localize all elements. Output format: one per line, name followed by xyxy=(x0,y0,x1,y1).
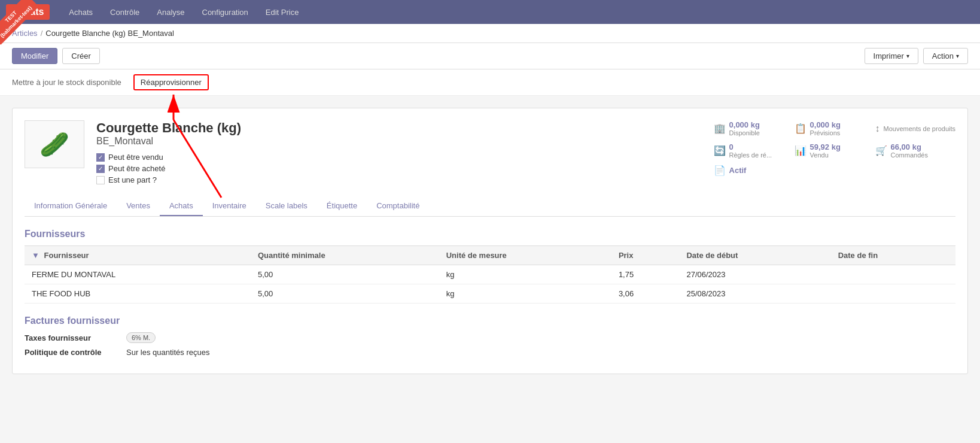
stat-regles-label: Règles de ré... xyxy=(729,151,772,159)
product-header: 🥒 Courgette Blanche (kg) BE_Montaval ✓ P… xyxy=(25,120,955,184)
stat-commandes-icon: 🛒 xyxy=(875,145,887,156)
cell-date-fin-2 xyxy=(831,284,955,304)
stat-previsions-value: 0,000 kg xyxy=(810,120,841,129)
breadcrumb-separator: / xyxy=(41,29,43,38)
cell-date-debut-2: 25/08/2023 xyxy=(679,284,830,304)
stats-row-3: 📄 Actif xyxy=(714,165,955,176)
stat-mouvements-icon: ↕ xyxy=(875,123,880,134)
checkbox-vendu-box[interactable]: ✓ xyxy=(96,153,105,162)
col-fournisseur: ▼ Fournisseur xyxy=(25,246,251,265)
cell-fournisseur-1: FERME DU MONTAVAL xyxy=(25,265,251,284)
stat-regles-value: 0 xyxy=(729,142,772,151)
sort-arrow-icon: ▼ xyxy=(32,251,39,260)
stat-previsions-label: Prévisions xyxy=(810,129,841,136)
update-stock-text: Mettre à jour le stock disponible xyxy=(12,78,121,87)
politique-label: Politique de contrôle xyxy=(25,348,120,357)
product-checkboxes: ✓ Peut être vendu ✓ Peut être acheté Est… xyxy=(96,153,702,184)
stat-regles-icon: 🔄 xyxy=(714,145,726,156)
product-subtitle: BE_Montaval xyxy=(96,136,702,147)
tab-info-generale[interactable]: Information Générale xyxy=(25,196,117,216)
tab-achats[interactable]: Achats xyxy=(160,196,203,216)
product-info: Courgette Blanche (kg) BE_Montaval ✓ Peu… xyxy=(96,120,702,184)
update-bar: Mettre à jour le stock disponible Réappr… xyxy=(0,69,980,96)
stat-vendu[interactable]: 📊 59,92 kg Vendu xyxy=(795,142,866,159)
stats-row-1: 🏢 0,000 kg Disponible 📋 0,000 kg Prévisi… xyxy=(714,120,955,136)
stat-disponible[interactable]: 🏢 0,000 kg Disponible xyxy=(714,120,786,136)
cell-prix-2: 3,06 xyxy=(611,284,680,304)
tabs: Information Générale Ventes Achats Inven… xyxy=(25,196,955,217)
cell-prix-1: 1,75 xyxy=(611,265,680,284)
nav-item-controle[interactable]: Contrôle xyxy=(103,5,147,20)
table-row[interactable]: THE FOOD HUB 5,00 kg 3,06 25/08/2023 xyxy=(25,284,955,304)
politique-row: Politique de contrôle Sur les quantités … xyxy=(25,348,955,357)
toolbar: Modifier Créer Imprimer Action xyxy=(0,43,980,69)
fournisseurs-table: ▼ Fournisseur Quantité minimale Unité de… xyxy=(25,245,955,304)
checkbox-achete-box[interactable]: ✓ xyxy=(96,165,105,173)
tab-scale-labels[interactable]: Scale labels xyxy=(256,196,317,216)
stat-disponible-label: Disponible xyxy=(729,129,760,136)
modifier-button[interactable]: Modifier xyxy=(12,48,57,64)
stat-previsions-icon: 📋 xyxy=(795,123,806,134)
logo[interactable]: Achats xyxy=(6,4,50,20)
stat-vendu-label: Vendu xyxy=(810,151,841,159)
tab-inventaire[interactable]: Inventaire xyxy=(203,196,256,216)
table-row[interactable]: FERME DU MONTAVAL 5,00 kg 1,75 27/06/202… xyxy=(25,265,955,284)
cell-fournisseur-2: THE FOOD HUB xyxy=(25,284,251,304)
nav-menu: Achats Contrôle Analyse Configuration Ed… xyxy=(62,5,306,20)
cell-unite-2: kg xyxy=(439,284,611,304)
nav-item-editprice[interactable]: Edit Price xyxy=(258,5,306,20)
stat-vendu-icon: 📊 xyxy=(795,145,806,156)
col-date-debut: Date de début xyxy=(679,246,830,265)
stat-actif-icon: 📄 xyxy=(714,165,726,176)
nav-item-analyse[interactable]: Analyse xyxy=(150,5,191,20)
tab-ventes[interactable]: Ventes xyxy=(117,196,160,216)
action-button[interactable]: Action xyxy=(923,48,968,64)
stat-previsions[interactable]: 📋 0,000 kg Prévisions xyxy=(795,120,866,136)
breadcrumb-parent[interactable]: Articles xyxy=(12,29,38,38)
stat-commandes-label: Commandés xyxy=(891,151,928,159)
stat-commandes[interactable]: 🛒 66,00 kg Commandés xyxy=(875,142,947,159)
reapprovisionner-button[interactable]: Réapprovisionner xyxy=(133,74,209,90)
checkbox-part-box[interactable] xyxy=(96,176,105,184)
stat-regles[interactable]: 🔄 0 Règles de ré... xyxy=(714,142,786,159)
checkbox-achete: ✓ Peut être acheté xyxy=(96,164,702,173)
cell-date-fin-1 xyxy=(831,265,955,284)
creer-button[interactable]: Créer xyxy=(62,48,100,64)
product-card: 🥒 Courgette Blanche (kg) BE_Montaval ✓ P… xyxy=(12,108,968,374)
stat-mouvements[interactable]: ↕ Mouvements de produits xyxy=(875,120,955,136)
col-unite: Unité de mesure xyxy=(439,246,611,265)
factures-title: Factures fournisseur xyxy=(25,315,955,326)
stats-row-2: 🔄 0 Règles de ré... 📊 59,92 kg Vendu xyxy=(714,142,955,159)
cell-quantite-1: 5,00 xyxy=(251,265,439,284)
breadcrumb-current: Courgette Blanche (kg) BE_Montaval xyxy=(45,29,174,38)
tab-comptabilite[interactable]: Comptabilité xyxy=(367,196,429,216)
stat-commandes-value: 66,00 kg xyxy=(891,142,928,151)
col-prix: Prix xyxy=(611,246,680,265)
stat-disponible-icon: 🏢 xyxy=(714,123,726,134)
cell-unite-1: kg xyxy=(439,265,611,284)
top-navigation: Achats Achats Contrôle Analyse Configura… xyxy=(0,0,980,24)
politique-value: Sur les quantités reçues xyxy=(126,348,209,357)
nav-item-configuration[interactable]: Configuration xyxy=(195,5,255,20)
taxes-value: 6% M. xyxy=(126,332,156,343)
stat-vendu-value: 59,92 kg xyxy=(810,142,841,151)
col-quantite: Quantité minimale xyxy=(251,246,439,265)
stat-actif[interactable]: 📄 Actif xyxy=(714,165,786,176)
product-image-icon: 🥒 xyxy=(39,131,69,159)
cell-date-debut-1: 27/06/2023 xyxy=(679,265,830,284)
checkbox-vendu: ✓ Peut être vendu xyxy=(96,153,702,162)
taxes-label: Taxes fournisseur xyxy=(25,333,120,342)
toolbar-right: Imprimer Action xyxy=(865,48,968,64)
checkbox-part: Est une part ? xyxy=(96,175,702,184)
col-date-fin: Date de fin xyxy=(831,246,955,265)
checkbox-vendu-label: Peut être vendu xyxy=(108,153,163,162)
taxes-row: Taxes fournisseur 6% M. xyxy=(25,332,955,343)
product-stats: 🏢 0,000 kg Disponible 📋 0,000 kg Prévisi… xyxy=(714,120,955,184)
tab-etiquette[interactable]: Étiquette xyxy=(317,196,367,216)
cell-quantite-2: 5,00 xyxy=(251,284,439,304)
imprimer-button[interactable]: Imprimer xyxy=(865,48,918,64)
main-content: 🥒 Courgette Blanche (kg) BE_Montaval ✓ P… xyxy=(0,96,980,386)
nav-item-achats[interactable]: Achats xyxy=(62,5,100,20)
factures-section: Factures fournisseur Taxes fournisseur 6… xyxy=(25,315,955,357)
product-image: 🥒 xyxy=(25,120,84,168)
